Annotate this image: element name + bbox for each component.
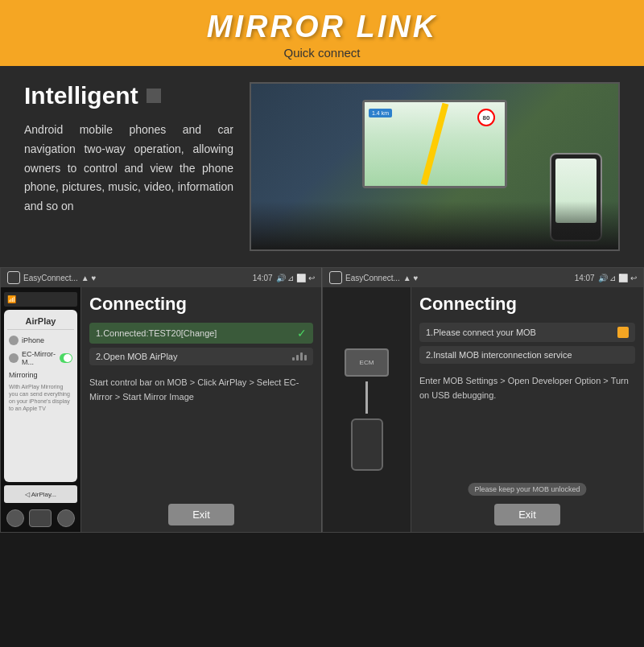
- car-image-placeholder: 80 1.4 km: [251, 84, 618, 249]
- home-icon-right: [329, 271, 342, 284]
- car-image: 80 1.4 km: [250, 82, 620, 251]
- step1-left: 1.Connected:TEST20[Change] ✓: [89, 323, 313, 344]
- app-name-left: EasyConnect...: [23, 274, 78, 282]
- phone-top-bar: 📶: [4, 292, 77, 307]
- airplay-title: AirPlay: [7, 313, 74, 330]
- page-subtitle: Quick connect: [0, 46, 644, 60]
- device-box: ECM: [345, 348, 389, 377]
- nav-info: 1.4 km: [369, 109, 392, 117]
- airplay-description: With AirPlay Mirroring you can send ever…: [7, 381, 74, 414]
- map-road: [421, 103, 449, 186]
- step1-right: 1.Please connect your MOB: [419, 323, 635, 342]
- instruction-text-left: Start control bar on MOB > Click AirPlay…: [89, 376, 313, 492]
- heading-square-icon: [147, 89, 161, 103]
- time-left: 14:07: [253, 274, 273, 282]
- signal-icons-left: ▲ ♥: [81, 274, 97, 282]
- signal-icons-right: ▲ ♥: [403, 274, 419, 282]
- heading-text: Intelligent: [24, 82, 138, 109]
- status-left: EasyConnect... ▲ ♥: [7, 271, 96, 284]
- exit-btn-row-left: Exit: [89, 504, 313, 525]
- instruction-text-right: Enter MOB Settings > Open Developer Opti…: [419, 374, 635, 492]
- usb-device-sim: ECM: [345, 348, 389, 471]
- android-phone: [351, 418, 383, 471]
- step1-text-left: 1.Connected:TEST20[Change]: [96, 328, 217, 338]
- checkmark-left: ✓: [297, 327, 307, 340]
- device-image: ECM: [323, 287, 411, 532]
- panel-left-content: 📶 AirPlay iPhone EC-Mirror-M...: [1, 287, 321, 532]
- exit-button-left[interactable]: Exit: [168, 504, 234, 525]
- panel-right: EasyConnect... ▲ ♥ 14:07 🔊 ⊿ ⬜ ↩ ECM: [322, 267, 644, 533]
- phone-bottom-buttons: [4, 509, 77, 527]
- bar3: [300, 352, 303, 361]
- header-section: MIRROR LINK Quick connect: [0, 0, 644, 66]
- status-right-left: 14:07 🔊 ⊿ ⬜ ↩: [253, 274, 315, 282]
- step2-text-left: 2.Open MOB AirPlay: [96, 352, 178, 361]
- loading-bars-left: [292, 352, 307, 361]
- battery-icon-right: 🔊 ⊿ ⬜ ↩: [598, 274, 637, 282]
- page-title: MIRROR LINK: [0, 10, 644, 44]
- map-display: 80 1.4 km: [365, 102, 505, 186]
- airplay-button-row: ◁ AirPlay...: [4, 485, 77, 503]
- status-left-right: EasyConnect... ▲ ♥: [329, 271, 418, 284]
- step2-left: 2.Open MOB AirPlay: [89, 348, 313, 365]
- airplay-btn-label: ◁ AirPlay...: [25, 491, 56, 498]
- exit-button-right[interactable]: Exit: [494, 504, 560, 525]
- exit-btn-row-right: Exit: [419, 504, 635, 525]
- battery-icon-left: 🔊 ⊿ ⬜ ↩: [276, 274, 315, 282]
- airplay-ec-mirror-item: EC-Mirror-M...: [7, 348, 74, 369]
- phone-back-btn[interactable]: [6, 509, 24, 527]
- phone-home-btn[interactable]: [29, 509, 52, 527]
- panel-right-content: ECM Connecting 1.Please connect your MOB…: [323, 287, 643, 532]
- airplay-menu: AirPlay iPhone EC-Mirror-M... Mirroring: [4, 310, 77, 482]
- iphone-icon: [9, 336, 19, 345]
- iphone-label: iPhone: [22, 336, 44, 344]
- mirroring-label: Mirroring: [9, 371, 38, 379]
- bar4: [304, 355, 307, 361]
- ec-mirror-icon: [9, 353, 19, 363]
- unlocked-badge: Please keep your MOB unlocked: [468, 483, 586, 496]
- step2-right: 2.Install MOB interconnection service: [419, 346, 635, 364]
- toggle-knob: [64, 354, 72, 362]
- phone-top-label: 📶: [7, 295, 16, 303]
- panel-left-right-content: Connecting 1.Connected:TEST20[Change] ✓ …: [81, 287, 321, 532]
- status-right-right: 14:07 🔊 ⊿ ⬜ ↩: [575, 274, 637, 282]
- mirror-toggle[interactable]: [60, 353, 72, 363]
- ec-mirror-label: EC-Mirror-M...: [22, 350, 56, 366]
- speed-sign: 80: [477, 109, 495, 126]
- phone-mockup-left: 📶 AirPlay iPhone EC-Mirror-M...: [1, 287, 81, 532]
- panel-left: EasyConnect... ▲ ♥ 14:07 🔊 ⊿ ⬜ ↩ 📶 AirPl…: [0, 267, 322, 533]
- usb-cable: [365, 381, 368, 414]
- step1-text-right: 1.Please connect your MOB: [426, 328, 536, 337]
- device-label: ECM: [360, 359, 374, 366]
- gradient-overlay: [251, 201, 618, 249]
- time-right: 14:07: [575, 274, 595, 282]
- home-icon: [7, 271, 20, 284]
- status-bar-left: EasyConnect... ▲ ♥ 14:07 🔊 ⊿ ⬜ ↩: [1, 268, 321, 287]
- step2-text-right: 2.Install MOB interconnection service: [426, 350, 572, 360]
- airplay-mirroring-item: Mirroring: [7, 369, 74, 381]
- app-name-right: EasyConnect...: [345, 274, 400, 282]
- bar2: [296, 355, 299, 361]
- connecting-title-left: Connecting: [89, 294, 313, 315]
- phone-menu-btn[interactable]: [57, 509, 75, 527]
- car-screen: 80 1.4 km: [362, 100, 507, 188]
- bar1: [292, 357, 295, 361]
- airplay-iphone-item: iPhone: [7, 333, 74, 348]
- intelligent-heading: Intelligent: [24, 82, 233, 109]
- left-description: Intelligent Android mobile phones and ca…: [24, 82, 233, 216]
- panel-right-right-content: Connecting 1.Please connect your MOB 2.I…: [411, 287, 643, 532]
- description-text: Android mobile phones and car navigation…: [24, 121, 233, 216]
- connecting-title-right: Connecting: [419, 294, 635, 315]
- step1-indicator: [617, 327, 629, 338]
- main-section: Intelligent Android mobile phones and ca…: [0, 66, 644, 267]
- status-bar-right: EasyConnect... ▲ ♥ 14:07 🔊 ⊿ ⬜ ↩: [323, 268, 643, 287]
- bottom-section: EasyConnect... ▲ ♥ 14:07 🔊 ⊿ ⬜ ↩ 📶 AirPl…: [0, 267, 644, 533]
